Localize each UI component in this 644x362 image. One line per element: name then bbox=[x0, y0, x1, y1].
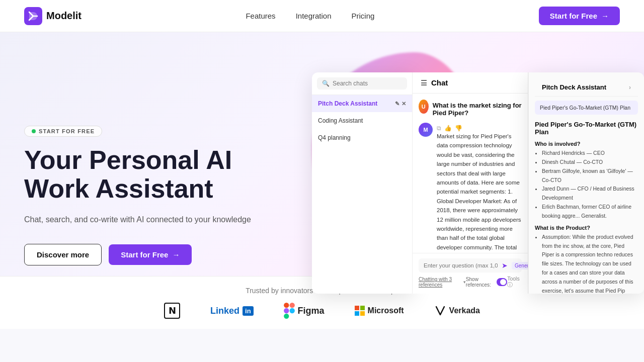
badge-dot bbox=[32, 129, 36, 133]
chat-answer-row: M ⧉ 👍 👎 Market sizing for Pied Piper's d… bbox=[419, 123, 522, 253]
show-refs-label: Show references: bbox=[466, 277, 495, 288]
answer-actions: ⧉ 👍 👎 bbox=[437, 125, 522, 132]
chat-messages: U What is the market sizing for Pied Pip… bbox=[413, 94, 528, 253]
chat-item-pitch-deck[interactable]: Pitch Deck Assistant ✎ ✕ bbox=[312, 95, 412, 112]
edit-icon[interactable]: ✎ bbox=[395, 101, 399, 107]
thumbs-up-icon[interactable]: 👍 bbox=[444, 125, 452, 132]
panel-header: Pitch Deck Assistant › bbox=[535, 78, 638, 97]
list-item: Erlich Bachman, former CEO of airline bo… bbox=[542, 203, 638, 221]
chat-question-text: What is the market sizing for Pied Piper… bbox=[433, 100, 522, 117]
nav-integration[interactable]: Integration bbox=[296, 12, 332, 20]
chat-answer-text: Market sizing for Pied Piper's data comp… bbox=[437, 132, 522, 253]
logo-icon bbox=[24, 7, 42, 25]
list-item: Dinesh Chutal — Co-CTO bbox=[542, 158, 638, 167]
chatting-label: Chatting with 3 references bbox=[419, 277, 461, 288]
chat-answer-content: ⧉ 👍 👎 Market sizing for Pied Piper's dat… bbox=[437, 123, 522, 253]
panel-header-arrow: › bbox=[629, 84, 631, 91]
section-title: What is the Product? bbox=[535, 225, 638, 231]
start-arrow: → bbox=[172, 250, 180, 259]
chat-item-coding[interactable]: Coding Assistant bbox=[312, 112, 412, 129]
verkada-text: Verkada bbox=[449, 306, 480, 315]
section-list: Richard Hendricks — CEO Dinesh Chutal — … bbox=[542, 149, 638, 221]
microsoft-icon bbox=[355, 306, 365, 316]
list-item: Richard Hendricks — CEO bbox=[542, 149, 638, 158]
logo-text: Modelit bbox=[46, 10, 82, 22]
nav-cta-button[interactable]: Start for Free → bbox=[539, 7, 620, 25]
panel-header-title: Pitch Deck Assistant bbox=[542, 83, 606, 91]
send-button[interactable]: ➤ bbox=[502, 261, 508, 269]
hero-badge: START FOR FREE bbox=[24, 126, 102, 137]
copy-icon[interactable]: ⧉ bbox=[437, 125, 441, 132]
close-icon[interactable]: ✕ bbox=[401, 101, 406, 107]
search-bar: 🔍 bbox=[317, 77, 407, 89]
svg-point-5 bbox=[289, 308, 294, 313]
ai-selector[interactable]: General AI bbox=[512, 262, 528, 269]
hero-content: START FOR FREE Your Personal AI Work Ass… bbox=[24, 126, 266, 266]
chat-item-label: Coding Assistant bbox=[318, 117, 363, 124]
discover-more-button[interactable]: Discover more bbox=[24, 244, 102, 265]
nav-cta-arrow: → bbox=[601, 12, 609, 20]
panel-doc-title: Pied Piper's Go-To-Market (GTM) Plan bbox=[540, 105, 633, 111]
search-icon: 🔍 bbox=[322, 80, 330, 87]
panel-section-2: What is the Product? Assumption: While t… bbox=[535, 225, 638, 294]
notion-icon: 𝗡 bbox=[164, 303, 180, 319]
chat-item-actions: ✎ ✕ bbox=[395, 101, 406, 107]
list-item: Bertram Gilfoyle, known as 'Gilfoyle' — … bbox=[542, 167, 638, 185]
chat-item-q4[interactable]: Q4 planning bbox=[312, 129, 412, 146]
svg-rect-3 bbox=[284, 308, 289, 313]
start-label: Start for Free bbox=[121, 250, 168, 259]
chat-sidebar: 🔍 Pitch Deck Assistant ✎ ✕ Coding Assist… bbox=[312, 72, 413, 294]
chat-question-row: U What is the market sizing for Pied Pip… bbox=[419, 100, 522, 117]
microsoft-text: Microsoft bbox=[368, 306, 404, 315]
panel-question-chip: Pied Piper's Go-To-Market (GTM) Plan bbox=[535, 101, 638, 115]
show-references: Show references: bbox=[466, 277, 507, 288]
references-toggle[interactable] bbox=[497, 278, 507, 286]
hamburger-icon: ☰ bbox=[421, 79, 427, 87]
logo[interactable]: Modelit bbox=[24, 7, 82, 25]
svg-rect-2 bbox=[289, 303, 294, 308]
thumbs-down-icon[interactable]: 👎 bbox=[455, 125, 462, 132]
list-item: Jared Dunn — CFO / Head of Business Deve… bbox=[542, 185, 638, 203]
linkedin-logo: Linked in bbox=[210, 306, 254, 316]
chat-header: ☰ Chat bbox=[413, 72, 528, 94]
user-avatar: U bbox=[419, 100, 429, 114]
chat-item-label: Q4 planning bbox=[318, 134, 351, 141]
nav-pricing[interactable]: Pricing bbox=[352, 12, 375, 20]
hero-section: START FOR FREE Your Personal AI Work Ass… bbox=[0, 32, 644, 329]
verkada-icon bbox=[434, 305, 446, 317]
list-item: Assumption: While the product evolved fr… bbox=[542, 233, 638, 294]
chatting-refs: Chatting with 3 references ▾ bbox=[419, 277, 466, 288]
panel-content: Pied Piper's Go-To-Market (GTM) Plan Pie… bbox=[535, 97, 638, 294]
nav-links: Features Integration Pricing bbox=[246, 12, 374, 20]
chat-input-area: ➤ General AI ▾ Chatting with 3 reference… bbox=[413, 253, 528, 294]
verkada-logo: Verkada bbox=[434, 305, 480, 317]
microsoft-logo: Microsoft bbox=[355, 306, 404, 316]
figma-logo: Figma bbox=[284, 303, 325, 319]
pitch-deck-panel: Pitch Deck Assistant › Pied Piper's Go-T… bbox=[528, 72, 644, 294]
chat-title: Chat bbox=[431, 78, 448, 87]
tools-label[interactable]: Tools ⓘ bbox=[507, 276, 522, 289]
linkedin-in: in bbox=[243, 306, 254, 316]
chat-window: 🔍 Pitch Deck Assistant ✎ ✕ Coding Assist… bbox=[312, 72, 644, 294]
chat-list: Pitch Deck Assistant ✎ ✕ Coding Assistan… bbox=[312, 95, 412, 294]
chat-item-label: Pitch Deck Assistant bbox=[318, 100, 377, 107]
linkedin-text: Linked bbox=[210, 306, 239, 316]
trusted-logos: 𝗡 Linked in Figma bbox=[24, 303, 620, 319]
chat-input[interactable] bbox=[424, 262, 498, 268]
chat-bottom-options: Chatting with 3 references ▾ Show refere… bbox=[419, 276, 522, 289]
nav-features[interactable]: Features bbox=[246, 12, 275, 20]
notion-logo: 𝗡 bbox=[164, 303, 180, 319]
panel-doc-subtitle: Pied Piper's Go-To-Market (GTM) Plan bbox=[535, 121, 638, 136]
chat-input-row: ➤ General AI ▾ bbox=[419, 258, 522, 273]
figma-icon bbox=[284, 303, 295, 319]
chat-search-area: 🔍 bbox=[312, 72, 412, 95]
badge-text: START FOR FREE bbox=[39, 128, 95, 134]
hero-actions: Discover more Start for Free → bbox=[24, 244, 266, 265]
start-for-free-button[interactable]: Start for Free → bbox=[109, 244, 192, 265]
nav-cta-label: Start for Free bbox=[550, 12, 597, 20]
search-input[interactable] bbox=[333, 80, 402, 87]
svg-rect-4 bbox=[284, 314, 289, 319]
svg-rect-1 bbox=[284, 303, 289, 308]
figma-text: Figma bbox=[298, 306, 325, 316]
hero-subtitle: Chat, search, and co-write with AI conne… bbox=[24, 213, 266, 226]
